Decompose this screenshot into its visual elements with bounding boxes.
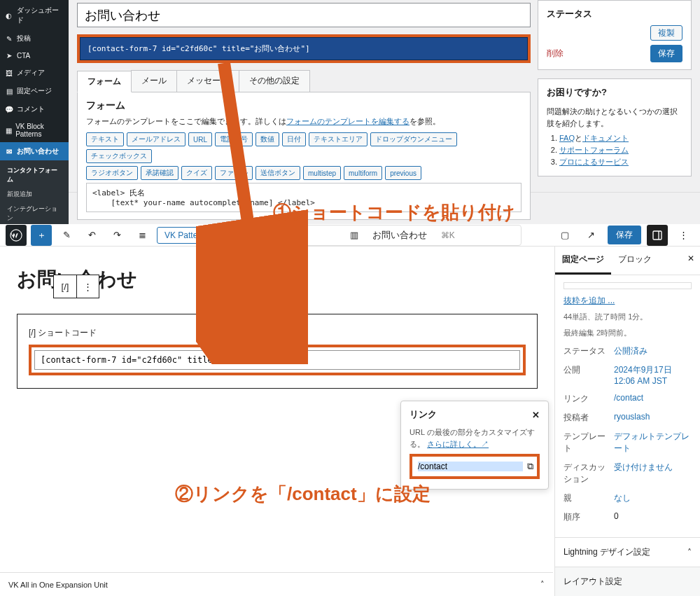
insp-featured-image-slot[interactable]: [564, 282, 692, 289]
tag-テキストエリア[interactable]: テキストエリア: [309, 132, 368, 146]
tag-承諾確認[interactable]: 承諾確認: [141, 166, 178, 180]
kv-status-k: ステータス: [564, 345, 608, 357]
insp-tab-page[interactable]: 固定ページ: [555, 247, 611, 275]
sect-lightning[interactable]: Lightning デザイン設定˄: [555, 537, 700, 567]
menu-contact[interactable]: ✉お問い合わせ: [0, 142, 69, 160]
kv-template-v[interactable]: デフォルトテンプレート: [614, 431, 692, 455]
tab-other[interactable]: その他の設定: [239, 70, 310, 92]
annotation-2: ②リンクを「/contact」に設定: [175, 482, 430, 506]
kv-publish-k: 公開: [564, 364, 608, 386]
vk-pattern-library-button[interactable]: VK Pattern Library ↗: [157, 227, 250, 244]
tag-previous[interactable]: previous: [385, 166, 421, 180]
tab-mail[interactable]: メール: [131, 70, 177, 92]
submenu-new[interactable]: 新規追加: [0, 187, 69, 202]
more-options-button[interactable]: ⋮: [673, 225, 694, 246]
tag-送信ボタン[interactable]: 送信ボタン: [255, 166, 300, 180]
tag-クイズ[interactable]: クイズ: [181, 166, 212, 180]
insp-tab-block[interactable]: ブロック: [611, 247, 659, 275]
link-popover-title: リンク: [410, 408, 437, 421]
kv-template-k: テンプレート: [564, 431, 608, 455]
submenu-contact-forms[interactable]: コンタクトフォーム: [0, 163, 69, 187]
menu-dashboard[interactable]: ◐ダッシュボード: [0, 1, 69, 29]
copy-icon[interactable]: ⧉: [527, 461, 533, 472]
kv-discussion-v[interactable]: 受け付けません: [614, 462, 692, 485]
tag-電話番号[interactable]: 電話番号: [215, 132, 253, 146]
kv-author-v[interactable]: ryouslash: [614, 412, 692, 424]
tab-messages[interactable]: メッセージ: [176, 70, 239, 92]
cf7-shortcode[interactable]: [contact-form-7 id="c2fd60c" title="お問い合…: [80, 37, 528, 60]
tag-チェックボックス[interactable]: チェックボックス: [86, 149, 152, 163]
kv-status-v[interactable]: 公開済み: [614, 345, 692, 357]
settings-toggle[interactable]: [647, 225, 668, 246]
edit-tool[interactable]: ✎: [56, 225, 77, 246]
sidebox-status: ステータス 複製 削除 保存: [538, 0, 692, 70]
tag-URL[interactable]: URL: [188, 132, 212, 146]
link-popover: リンク ✕ URL の最後の部分をカスタマイズする。 さらに詳しく。↗ ⧉: [400, 401, 549, 490]
help-doc-link[interactable]: ドキュメント: [582, 134, 629, 142]
tag-multistep[interactable]: multistep: [303, 166, 341, 180]
cf7-save-button[interactable]: 保存: [650, 45, 682, 62]
link-learn-more[interactable]: さらに詳しく。↗: [427, 440, 489, 448]
block-type-button[interactable]: [/]: [54, 275, 76, 298]
shortcode-input[interactable]: [34, 350, 520, 370]
add-block-button[interactable]: ＋: [31, 225, 52, 246]
block-more-button[interactable]: ⋮: [76, 275, 99, 298]
device-preview-button[interactable]: ▢: [554, 225, 575, 246]
external-icon: ↗: [587, 230, 595, 240]
form-doc-link[interactable]: フォームのテンプレートを編集する: [286, 117, 410, 125]
kv-author-k: 投稿者: [564, 412, 608, 424]
last-edited: 最終編集 2時間前。: [564, 327, 692, 339]
outline-icon: ≣: [139, 230, 146, 240]
wp-logo[interactable]: [6, 225, 27, 246]
outline-button[interactable]: ≣: [132, 225, 153, 246]
tab-form[interactable]: フォーム: [77, 71, 132, 92]
menu-pages[interactable]: ▤固定ページ: [0, 82, 69, 100]
menu-cta[interactable]: ➤CTA: [0, 48, 69, 64]
help-title: お困りですか?: [547, 86, 682, 99]
help-pro-link[interactable]: プロによるサービス: [559, 158, 629, 166]
form-heading: フォーム: [86, 99, 522, 112]
tag-数値[interactable]: 数値: [255, 132, 279, 146]
undo-button[interactable]: ↶: [81, 225, 102, 246]
kebab-icon: ⋮: [83, 282, 92, 292]
shortcode-block-label: [/] ショートコード: [29, 327, 526, 339]
kv-parent-v[interactable]: なし: [614, 492, 692, 504]
menu-vkpatterns[interactable]: ▦VK Block Patterns: [0, 118, 69, 142]
tag-日付[interactable]: 日付: [282, 132, 306, 146]
insp-close[interactable]: ✕: [682, 247, 700, 275]
tag-メールアドレス[interactable]: メールアドレス: [127, 132, 186, 146]
footer-bar[interactable]: VK All in One Expansion Unit ˄: [0, 572, 553, 596]
tag-テキスト[interactable]: テキスト: [86, 132, 124, 146]
chevron-up-icon: ˄: [540, 580, 545, 589]
sect-layout[interactable]: レイアウト設定: [555, 567, 700, 596]
add-excerpt-link[interactable]: 抜粋を追加 ...: [564, 296, 615, 305]
menu-posts[interactable]: ✎投稿: [0, 29, 69, 48]
mail-icon: ✉: [4, 148, 14, 155]
doc-title-button[interactable]: ▥ お問い合わせ ⌘K: [284, 225, 522, 246]
delete-link[interactable]: 削除: [547, 48, 564, 60]
link-slug-input[interactable]: [418, 462, 523, 471]
duplicate-button[interactable]: 複製: [650, 25, 682, 41]
cf7-title-input[interactable]: [77, 3, 531, 27]
editor-save-button[interactable]: 保存: [608, 226, 641, 244]
tag-ファイル[interactable]: ファイル: [215, 166, 253, 180]
tag-ラジオボタン[interactable]: ラジオボタン: [86, 166, 138, 180]
device-icon: ▢: [561, 230, 569, 240]
tag-multiform[interactable]: multiform: [344, 166, 382, 180]
help-faq-link[interactable]: FAQ: [559, 134, 575, 142]
sidebox-help: お困りですか? 問題解決の助けとなるいくつかの選択肢を紹介します。 FAQとドキ…: [538, 78, 692, 176]
shortcode-block[interactable]: [/] ショートコード: [17, 314, 538, 389]
link-popover-close[interactable]: ✕: [532, 410, 540, 420]
redo-button[interactable]: ↷: [106, 225, 127, 246]
menu-media[interactable]: 🖾メディア: [0, 64, 69, 82]
pin-icon: ✎: [4, 35, 14, 43]
menu-comments[interactable]: 💬コメント: [0, 100, 69, 118]
kv-order-v[interactable]: 0: [614, 511, 692, 523]
shortcode-highlight-top: [contact-form-7 id="c2fd60c" title="お問い合…: [77, 34, 531, 63]
submenu-integration[interactable]: インテグレーション: [0, 202, 69, 226]
tag-ドロップダウンメニュー[interactable]: ドロップダウンメニュー: [370, 132, 457, 146]
kv-publish-v[interactable]: 2024年9月17日 12:06 AM JST: [614, 364, 692, 386]
kv-link-v[interactable]: /contact: [614, 393, 692, 405]
external-preview-button[interactable]: ↗: [581, 225, 602, 246]
help-forum-link[interactable]: サポートフォーラム: [559, 146, 629, 154]
